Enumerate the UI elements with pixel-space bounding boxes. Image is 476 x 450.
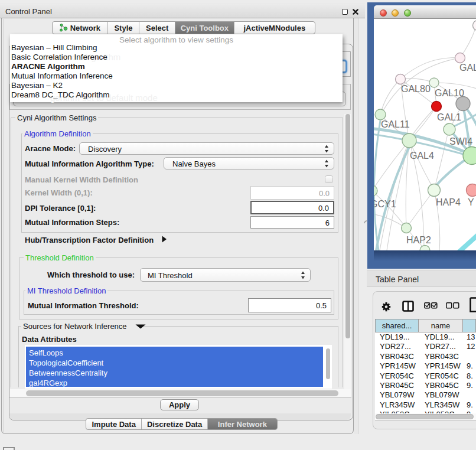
svg-text:HAP2: HAP2 [406, 235, 431, 245]
svg-text:GAL7: GAL7 [459, 63, 476, 73]
svg-text:SWI4: SWI4 [449, 136, 472, 146]
svg-text:GAL10: GAL10 [435, 88, 464, 98]
svg-text:GAL4: GAL4 [410, 151, 434, 161]
svg-text:Y: Y [468, 197, 474, 207]
svg-text:GAL80: GAL80 [401, 84, 431, 94]
svg-text:HAP4: HAP4 [436, 197, 461, 207]
svg-text:GCY1: GCY1 [374, 199, 396, 209]
svg-text:GAL11: GAL11 [381, 119, 410, 129]
svg-text:GAL1: GAL1 [437, 112, 461, 122]
